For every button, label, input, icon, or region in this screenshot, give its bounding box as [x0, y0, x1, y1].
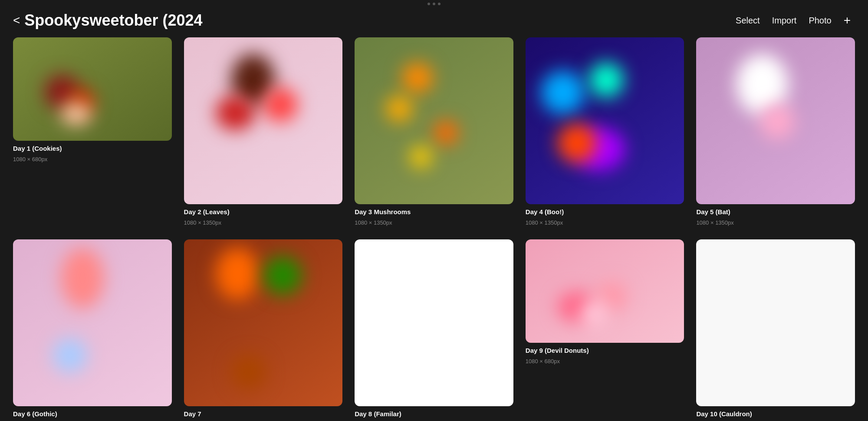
grid-item-day2[interactable]: Day 2 (Leaves) 1080 × 1350px [184, 37, 343, 226]
item-size-day4: 1080 × 1350px [526, 219, 684, 226]
thumbnail-day10 [696, 239, 855, 406]
grid-item-day9[interactable]: Day 9 (Devil Donuts) 1080 × 680px [526, 239, 684, 421]
header: < Spookysweetober (2024 Select Import Ph… [0, 7, 868, 37]
thumbnail-day9 [526, 239, 684, 343]
item-title-day5: Day 5 (Bat) [696, 208, 855, 216]
dot-2 [433, 3, 435, 5]
thumbnail-day5 [696, 37, 855, 204]
album-title: Spookysweetober (2024 [24, 11, 202, 30]
title-bar [0, 0, 868, 7]
thumbnail-day7 [184, 239, 343, 406]
window-dots [427, 3, 441, 5]
item-title-day1: Day 1 (Cookies) [13, 144, 172, 153]
thumbnail-day1 [13, 37, 172, 141]
grid-item-day1[interactable]: Day 1 (Cookies) 1080 × 680px [13, 37, 172, 226]
grid-item-day4[interactable]: Day 4 (Boo!) 1080 × 1350px [526, 37, 684, 226]
select-button[interactable]: Select [736, 16, 760, 26]
photo-grid: Day 1 (Cookies) 1080 × 680px Day 2 (Leav… [0, 37, 868, 421]
grid-item-day7[interactable]: Day 7 1080 × 1350px [184, 239, 343, 421]
header-right: Select Import Photo + [736, 13, 851, 27]
item-title-day6: Day 6 (Gothic) [13, 410, 172, 418]
grid-item-day10[interactable]: Day 10 (Cauldron) 1080 × 1350px [696, 239, 855, 421]
back-button[interactable]: < [13, 14, 20, 27]
grid-item-day5[interactable]: Day 5 (Bat) 1080 × 1350px [696, 37, 855, 226]
thumbnail-day6 [13, 239, 172, 406]
import-button[interactable]: Import [772, 16, 797, 26]
photo-button[interactable]: Photo [809, 16, 831, 26]
item-title-day8: Day 8 (Familar) [355, 410, 513, 418]
thumbnail-day4 [526, 37, 684, 204]
dot-1 [427, 3, 430, 5]
item-size-day2: 1080 × 1350px [184, 219, 343, 226]
item-size-day9: 1080 × 680px [526, 358, 684, 365]
item-title-day4: Day 4 (Boo!) [526, 208, 684, 216]
item-title-day2: Day 2 (Leaves) [184, 208, 343, 216]
dot-3 [438, 3, 441, 5]
thumbnail-day3 [355, 37, 513, 204]
item-title-day10: Day 10 (Cauldron) [696, 410, 855, 418]
item-title-day9: Day 9 (Devil Donuts) [526, 346, 684, 355]
add-button[interactable]: + [844, 13, 851, 27]
grid-item-day3[interactable]: Day 3 Mushrooms 1080 × 1350px [355, 37, 513, 226]
header-left: < Spookysweetober (2024 [13, 11, 203, 30]
item-size-day5: 1080 × 1350px [696, 219, 855, 226]
thumbnail-day2 [184, 37, 343, 204]
item-title-day7: Day 7 [184, 410, 343, 418]
item-size-day3: 1080 × 1350px [355, 219, 513, 226]
thumbnail-day8 [355, 239, 513, 406]
grid-item-day8[interactable]: Day 8 (Familar) 1080 × 1350px [355, 239, 513, 421]
grid-item-day6[interactable]: Day 6 (Gothic) 1080 × 1350px [13, 239, 172, 421]
item-title-day3: Day 3 Mushrooms [355, 208, 513, 216]
item-size-day1: 1080 × 680px [13, 156, 172, 163]
